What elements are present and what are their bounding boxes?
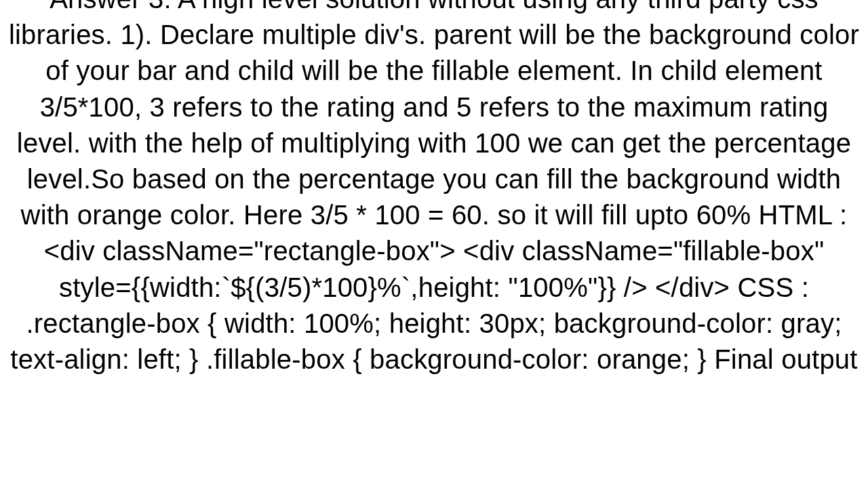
document-page: Answer 3: A high level solution without … [0, 0, 868, 488]
answer-body-text: Answer 3: A high level solution without … [0, 0, 868, 378]
